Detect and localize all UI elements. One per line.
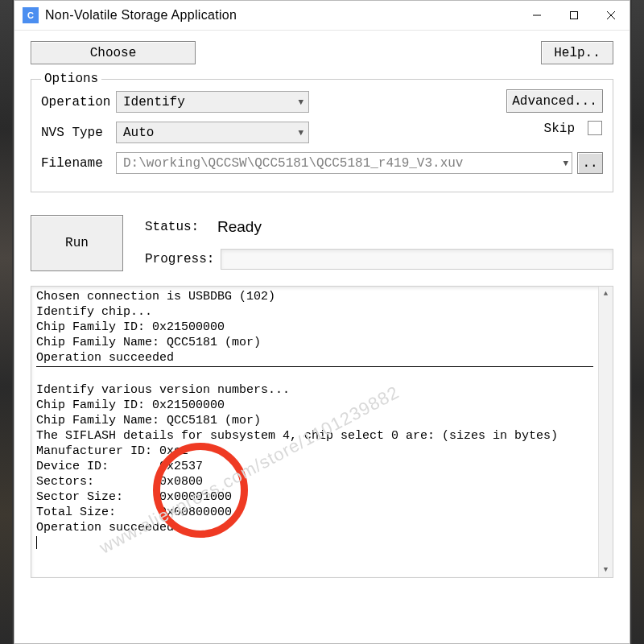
log-panel: Chosen connection is USBDBG (102) Identi… bbox=[31, 286, 613, 578]
log-text[interactable]: Chosen connection is USBDBG (102) Identi… bbox=[31, 287, 598, 577]
minimize-button[interactable] bbox=[518, 1, 555, 31]
status-block: Status: Ready Progress: bbox=[145, 215, 613, 271]
nvs-type-select[interactable]: Auto ▼ bbox=[116, 122, 309, 143]
skip-label: Skip bbox=[544, 122, 575, 136]
help-button[interactable]: Help.. bbox=[541, 41, 613, 64]
maximize-button[interactable] bbox=[555, 1, 592, 31]
skip-checkbox[interactable] bbox=[588, 121, 602, 135]
log-scrollbar[interactable]: ▲ ▼ bbox=[598, 287, 613, 577]
operation-select[interactable]: Identify ▼ bbox=[116, 91, 309, 113]
choose-button[interactable]: Choose bbox=[31, 41, 196, 64]
app-window: C Non-Volatile Storage Application Choos… bbox=[14, 0, 630, 644]
run-row: Run Status: Ready Progress: bbox=[31, 215, 613, 271]
app-icon-letter: C bbox=[27, 10, 34, 20]
options-fieldset: Options Operation Identify ▼ Advanced...… bbox=[31, 79, 613, 192]
top-button-row: Choose Help.. bbox=[31, 41, 613, 64]
scroll-up-icon[interactable]: ▲ bbox=[599, 287, 613, 301]
app-icon: C bbox=[23, 7, 39, 23]
status-line: Status: Ready bbox=[145, 215, 613, 239]
title-bar: C Non-Volatile Storage Application bbox=[14, 1, 630, 31]
svg-rect-1 bbox=[571, 12, 578, 19]
browse-button[interactable]: .. bbox=[577, 152, 603, 174]
chevron-down-icon: ▼ bbox=[298, 128, 303, 138]
status-value: Ready bbox=[217, 218, 262, 236]
progress-bar bbox=[221, 249, 613, 270]
options-legend: Options bbox=[41, 72, 101, 86]
scroll-down-icon[interactable]: ▼ bbox=[599, 563, 613, 577]
client-area: Choose Help.. Options Operation Identify… bbox=[14, 31, 630, 584]
text-caret bbox=[36, 536, 37, 549]
log-block-1: Chosen connection is USBDBG (102) Identi… bbox=[36, 290, 275, 365]
nvs-row: NVS Type Auto ▼ bbox=[41, 122, 603, 143]
run-button[interactable]: Run bbox=[31, 215, 123, 271]
status-label: Status: bbox=[145, 220, 217, 234]
close-button[interactable] bbox=[592, 1, 630, 31]
background-sliver-left bbox=[0, 0, 12, 644]
minimize-icon bbox=[532, 10, 542, 20]
nvs-type-value: Auto bbox=[123, 126, 154, 140]
close-icon bbox=[606, 10, 616, 20]
operation-value: Identify bbox=[123, 95, 185, 109]
progress-line: Progress: bbox=[145, 247, 613, 271]
nvs-type-label: NVS Type bbox=[41, 126, 116, 140]
window-title: Non-Volatile Storage Application bbox=[45, 8, 518, 23]
advanced-button[interactable]: Advanced... bbox=[506, 89, 603, 113]
background-sliver-right bbox=[632, 0, 644, 644]
filename-input[interactable]: D:\working\QCCSW\QCC5181\QCC5181_r419_V3… bbox=[116, 152, 572, 174]
filename-label: Filename bbox=[41, 156, 116, 171]
log-divider bbox=[36, 366, 593, 367]
progress-label: Progress: bbox=[145, 252, 217, 266]
chevron-down-icon: ▼ bbox=[563, 159, 568, 168]
operation-label: Operation bbox=[41, 95, 116, 109]
chevron-down-icon: ▼ bbox=[298, 97, 303, 107]
log-block-2: Identify various version numbers... Chip… bbox=[36, 383, 558, 535]
filename-value: D:\working\QCCSW\QCC5181\QCC5181_r419_V3… bbox=[123, 156, 463, 171]
filename-row: Filename D:\working\QCCSW\QCC5181\QCC518… bbox=[41, 152, 603, 174]
maximize-icon bbox=[569, 10, 579, 20]
